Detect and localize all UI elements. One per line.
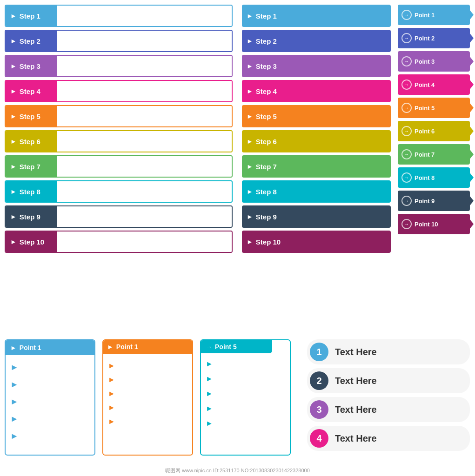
point-tag-circle-1: → (401, 10, 412, 20)
orange-panel-row-2: ► (108, 376, 187, 384)
num-circle-4: 4 (310, 429, 328, 448)
teal-panel: → Point 5 ► ► ► ► ► (200, 339, 291, 456)
arrow-icon: ► (247, 213, 253, 220)
arrow-icon: ► (10, 37, 17, 45)
orange-panel-body: ► ► ► ► ► (103, 355, 192, 430)
point-tag-4: → Point 4 (398, 74, 470, 95)
numbered-item-4: 4 Text Here (307, 426, 470, 451)
arrow-icon: ► (10, 163, 17, 170)
arrow-icon: ► (10, 62, 17, 70)
outline-step-label-6: ► Step 6 (6, 131, 57, 152)
orange-panel-row-3: ► (108, 390, 187, 398)
teal-panel-row-1: ► (206, 360, 285, 368)
orange-panel-row-1: ► (108, 362, 187, 370)
outline-step-content-6 (57, 131, 232, 152)
point-tags-column: → Point 1 → Point 2 → Point 3 → Point 4 … (398, 5, 470, 237)
outline-step-label-8: ► Step 8 (6, 181, 57, 202)
point-tag-circle-3: → (401, 56, 412, 66)
point-tag-text-10: Point 10 (415, 221, 438, 228)
arrow-icon: ► (247, 62, 253, 70)
outline-step-content-9 (57, 206, 232, 227)
num-circle-1: 1 (310, 343, 328, 361)
outline-steps-column: ► Step 1 ► Step 2 ► Step 3 ► Step 4 ► St… (5, 5, 233, 256)
blue-panel-row-1: ► (10, 363, 90, 372)
blue-panel-row-4: ► (10, 414, 90, 424)
filled-step-label-7: ► Step 7 (242, 155, 391, 178)
num-circle-2: 2 (310, 371, 328, 390)
filled-step-text-9: Step 9 (256, 213, 277, 221)
numbered-list: 1 Text Here 2 Text Here 3 Text Here 4 Te… (307, 339, 470, 455)
point-tag-text-7: Point 7 (415, 151, 435, 158)
outline-step-8: ► Step 8 (5, 180, 233, 203)
orange-panel-row-4: ► (108, 403, 187, 412)
outline-step-content-3 (57, 56, 232, 76)
point-tag-text-8: Point 8 (415, 174, 435, 181)
blue-panel-body: ► ► ► ► ► (6, 355, 94, 446)
item-text-2: Text Here (335, 376, 377, 386)
arrow-icon: ► (247, 12, 253, 20)
filled-step-7: ► Step 7 (242, 155, 391, 178)
filled-step-5: ► Step 5 (242, 105, 391, 127)
teal-panel-title: Point 5 (215, 343, 237, 350)
outline-step-content-4 (57, 81, 232, 101)
outline-step-content-8 (57, 181, 232, 202)
arrow-icon: ► (10, 188, 17, 195)
teal-panel-header: → Point 5 (201, 340, 272, 353)
blue-panel: ► Point 1 ► ► ► ► ► (5, 339, 95, 456)
orange-panel: ► Point 1 ► ► ► ► ► (102, 339, 193, 456)
blue-panel-row-3: ► (10, 397, 90, 407)
outline-step-3: ► Step 3 (5, 55, 233, 77)
arrow-icon: ► (247, 87, 253, 95)
arrow-icon: ► (247, 163, 253, 170)
outline-step-text-8: Step 8 (20, 188, 40, 196)
point-tag-circle-7: → (401, 149, 412, 159)
point-tag-2: → Point 2 (398, 28, 470, 48)
blue-panel-title: Point 1 (20, 344, 41, 351)
outline-step-2: ► Step 2 (5, 30, 233, 52)
outline-step-text-4: Step 4 (20, 87, 40, 95)
point-tag-text-4: Point 4 (415, 81, 435, 88)
point-tag-10: → Point 10 (398, 214, 470, 234)
outline-step-text-9: Step 9 (20, 213, 40, 221)
numbered-item-2: 2 Text Here (307, 368, 470, 393)
filled-steps-column: ► Step 1 ► Step 2 ► Step 3 ► Step 4 ► St… (242, 5, 391, 256)
point-tag-8: → Point 8 (398, 167, 470, 188)
outline-step-label-10: ► Step 10 (6, 231, 57, 252)
filled-step-label-6: ► Step 6 (242, 130, 391, 152)
point-tag-circle-4: → (401, 79, 412, 90)
arrow-icon: ► (247, 112, 253, 120)
filled-step-label-2: ► Step 2 (242, 30, 391, 52)
outline-step-1: ► Step 1 (5, 5, 233, 27)
filled-step-2: ► Step 2 (242, 30, 391, 52)
point-tag-7: → Point 7 (398, 144, 470, 165)
arrow-icon: ► (247, 188, 253, 195)
item-text-1: Text Here (335, 347, 377, 357)
outline-step-text-6: Step 6 (20, 138, 40, 145)
numbered-item-1: 1 Text Here (307, 339, 470, 364)
arrow-icon: ► (10, 213, 17, 220)
outline-step-4: ► Step 4 (5, 80, 233, 102)
outline-step-content-10 (57, 231, 232, 252)
arrow-icon: ► (247, 37, 253, 45)
arrow-icon: ► (10, 112, 17, 120)
outline-step-text-2: Step 2 (20, 37, 40, 45)
outline-step-label-7: ► Step 7 (6, 156, 57, 177)
arrow-icon: ► (247, 238, 253, 245)
filled-step-label-3: ► Step 3 (242, 55, 391, 77)
outline-step-content-1 (57, 6, 232, 26)
filled-step-label-9: ► Step 9 (242, 205, 391, 228)
blue-panel-header: ► Point 1 (6, 340, 94, 355)
orange-panel-row-5: ► (108, 417, 187, 426)
outline-step-text-3: Step 3 (20, 62, 40, 70)
filled-step-text-7: Step 7 (256, 163, 277, 171)
point-tag-circle-10: → (401, 219, 412, 229)
point-tag-3: → Point 3 (398, 51, 470, 72)
arrow-icon: ► (247, 138, 253, 145)
filled-step-label-1: ► Step 1 (242, 5, 391, 27)
filled-step-label-4: ► Step 4 (242, 80, 391, 102)
arrow-icon: ► (10, 138, 17, 145)
outline-step-text-7: Step 7 (20, 163, 40, 171)
outline-step-text-1: Step 1 (20, 12, 40, 20)
point-tag-1: → Point 1 (398, 5, 470, 25)
point-tag-circle-5: → (401, 103, 412, 113)
